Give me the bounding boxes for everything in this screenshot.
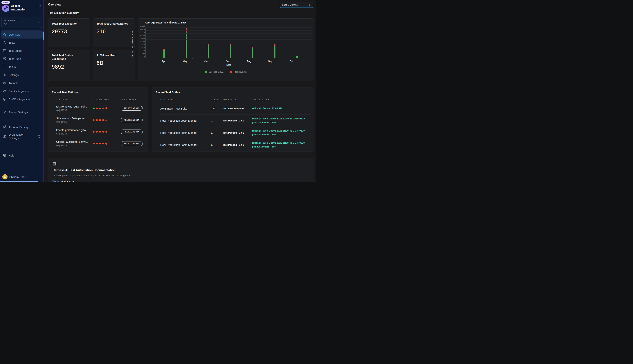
triggered-by-link[interactable]: relicx.ai | Wed Oct 08 2025 11:00:44 GMT…: [252, 141, 311, 148]
sidebar-divider: [0, 106, 44, 106]
triggered-by-link[interactable]: relicx.ai | Wed Oct 08 2025 11:30:42 GMT…: [252, 129, 311, 136]
sidebar-item-test-runs[interactable]: Test Runs: [0, 55, 44, 63]
triggered-by-button[interactable]: RELICX ADMIN: [121, 130, 143, 134]
docs-link[interactable]: Go to the docs: [53, 180, 309, 182]
run-dot-current: [105, 119, 107, 121]
cube-icon: [4, 19, 7, 22]
chart-gridline: [146, 52, 312, 52]
sidebar-item-slack-integration[interactable]: Slack integration: [0, 87, 44, 95]
sidebar-item-tunnels[interactable]: Tunnels: [0, 79, 44, 87]
cicd-icon: [3, 97, 7, 101]
apps-grid-icon[interactable]: [37, 5, 41, 10]
chart-y-tick: 3560: [136, 44, 145, 46]
sidebar-item-label: Tasks: [9, 65, 16, 68]
failures-title: Recent Test Failures: [52, 91, 79, 94]
date-range-select[interactable]: Last 6 Months: [280, 2, 313, 8]
svg-text:?: ?: [4, 154, 5, 156]
sidebar-item-settings[interactable]: Settings: [0, 71, 44, 79]
sidebar-item-project-settings[interactable]: Project Settings: [0, 108, 44, 116]
sidebar-item-help[interactable]: ? Help: [0, 151, 44, 160]
stat-value: 29773: [52, 28, 87, 34]
run-dot-muted: [102, 108, 104, 109]
col-run-status: RUN STATUS: [223, 98, 252, 101]
triggered-by-link[interactable]: relicx.ai | Today | 11:00 AM: [252, 106, 311, 110]
project-selector[interactable]: PROJECT sd: [1, 17, 42, 28]
triggered-by-link[interactable]: relicx.ai | Wed Oct 08 2025 12:00:23 GMT…: [252, 117, 311, 124]
recent-test-failures-card: Recent Test Failures TEST NAME RECENT RU…: [48, 88, 148, 152]
suite-tests-count: 1: [211, 144, 223, 146]
stat-title: Total Test Suites Executions: [52, 54, 79, 61]
chart-gridline: [146, 42, 312, 43]
chart-y-tick: 1780: [136, 50, 145, 52]
sidebar-item-label: Test Suites: [9, 49, 22, 52]
col-triggered-by: TRIGGERED BY: [121, 98, 145, 101]
suite-name: Real Production Login Monitor: [160, 131, 211, 134]
run-status: 8% Completed: [223, 107, 252, 110]
suite-row[interactable]: Real Production Login Monitor1Test Passe…: [160, 114, 311, 126]
test-name: Copilot: Classified: Leave...: [56, 140, 93, 143]
stat-card-total-test-execution: Total Test Execution 29773: [48, 18, 90, 47]
failure-row[interactable]: Shadow root Date picker ...v0 | 81466REL…: [56, 114, 145, 126]
test-name: Shadow root Date picker ...: [56, 117, 93, 120]
col-tests: TESTS: [211, 98, 223, 101]
sidebar-item-label: Tests: [9, 41, 15, 44]
runs-icon: [3, 57, 7, 61]
sidebar-item-label: Slack integration: [9, 90, 29, 93]
run-dot-red: [93, 143, 95, 144]
recent-runs: [93, 119, 121, 121]
suite-row[interactable]: Real Production Login Monitor1Test Passe…: [160, 139, 311, 151]
user-menu[interactable]: SD Shibam Dhar: [0, 174, 44, 180]
chart-gridline: [146, 36, 312, 37]
org-icon: [3, 134, 7, 138]
triggered-by-button[interactable]: RELICX ADMIN: [121, 106, 143, 111]
triggered-by-button[interactable]: RELICX ADMIN: [121, 118, 143, 122]
run-status: Test Passed : 1 / 1: [223, 131, 252, 134]
failure-row[interactable]: Copilot: Classified: Leave...v6 | 63129R…: [56, 138, 145, 149]
suite-tests-count: 1: [211, 131, 223, 134]
run-dot-red: [96, 143, 98, 144]
chart-x-label: Jun: [196, 60, 217, 62]
suites-table: SUITE NAME TESTS RUN STATUS TRIGGERED BY…: [160, 97, 311, 151]
flask-icon: [3, 41, 7, 44]
sidebar-item-account-settings[interactable]: Account Settings: [0, 123, 44, 131]
sidebar-item-tasks[interactable]: Tasks: [0, 63, 44, 71]
run-dot-red: [96, 119, 98, 121]
stat-value: 316: [97, 28, 131, 34]
triggered-by-button[interactable]: RELICX ADMIN: [121, 141, 143, 146]
sidebar-item-label: Project Settings: [9, 111, 28, 114]
sidebar-item-overview[interactable]: Overview: [1, 30, 43, 38]
tunnel-icon: [3, 81, 7, 85]
sidebar-item-organization-settings[interactable]: Organization Settings: [0, 131, 44, 142]
bar-failed-segment: [163, 49, 165, 50]
failure-row[interactable]: test-removing_auto_login...v4 | 81996REL…: [56, 102, 145, 114]
test-version-id: v6 | 63129: [56, 144, 93, 147]
bar-success-segment: [163, 50, 165, 58]
test-name: test-removing_auto_login...: [56, 105, 93, 108]
chart-y-tick: 0: [136, 56, 145, 58]
sidebar-item-tests[interactable]: Tests: [0, 38, 44, 46]
sidebar-item-ci-cd-integration[interactable]: CI-CD integration: [0, 95, 44, 103]
arrow-right-icon: [72, 180, 74, 182]
sidebar-item-test-suites[interactable]: Test Suites: [0, 46, 44, 55]
sidebar-nav-project: Project Settings: [0, 108, 44, 116]
stat-value: 6B: [97, 60, 131, 66]
suites-table-header: SUITE NAME TESTS RUN STATUS TRIGGERED BY: [160, 97, 311, 102]
suite-row[interactable]: Real Production Login Monitor1Test Passe…: [160, 126, 311, 139]
chart-bar-jun: [197, 28, 219, 58]
chart-x-label: Aug: [238, 60, 260, 62]
run-dot-red: [102, 143, 104, 144]
chart-y-tick: 7120: [136, 31, 145, 34]
sidebar: NEW AI Test Automation PRO: [0, 0, 44, 182]
failure-row[interactable]: Facets-performance-gitla...v3 | 63238REL…: [56, 126, 145, 138]
run-status: Test Passed : 1 / 1: [223, 144, 252, 146]
app-title: AI Test Automation: [11, 4, 31, 11]
chart-x-labels: AprMayJunJulAugSepOct: [153, 60, 302, 62]
page-title: Overview: [48, 3, 61, 6]
suite-tests-count: 1: [211, 119, 223, 122]
stat-value: 9892: [52, 64, 87, 70]
info-icon[interactable]: [38, 135, 41, 138]
info-icon[interactable]: [38, 126, 41, 128]
sidebar-horizontal-scrollbar[interactable]: [0, 181, 38, 182]
chart-title: Average Pass to Fail Ratio: 89%: [145, 21, 186, 24]
suite-row[interactable]: AWS Batch Test Suite1708% Completedrelic…: [160, 102, 311, 114]
